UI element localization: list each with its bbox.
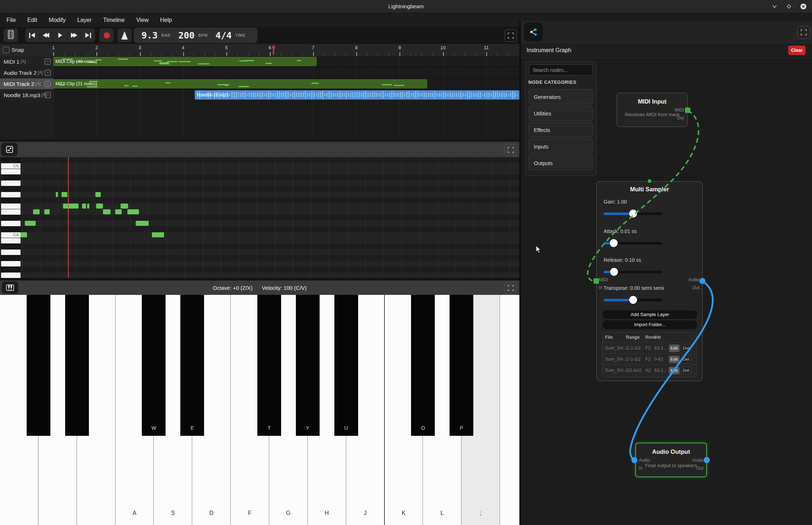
- white-key[interactable]: [500, 295, 519, 525]
- menu-item-view[interactable]: View: [136, 17, 148, 23]
- midi-note[interactable]: [82, 204, 86, 209]
- delete-sample-button[interactable]: Del: [681, 367, 691, 374]
- black-key[interactable]: [65, 295, 89, 436]
- menu-item-help[interactable]: Help: [160, 17, 172, 23]
- mini-key-e4[interactable]: [1, 209, 21, 215]
- midi-note[interactable]: [127, 209, 139, 214]
- bar-position-value[interactable]: 9.3: [141, 30, 158, 41]
- timeline-expand-button[interactable]: [505, 29, 517, 42]
- graph-mode-button[interactable]: [524, 23, 543, 41]
- track-mute-box[interactable]: -: [45, 81, 51, 87]
- record-button[interactable]: [99, 28, 114, 42]
- graph-canvas[interactable]: NODE CATEGORIES GeneratorsUtilitiesEffec…: [521, 58, 812, 525]
- track-label-2[interactable]: Audio Track 2[A]-: [0, 67, 53, 78]
- midi-note[interactable]: [136, 221, 149, 226]
- graph-expand-button[interactable]: [797, 26, 810, 39]
- black-key-W[interactable]: W: [142, 295, 166, 436]
- menu-item-timeline[interactable]: Timeline: [103, 17, 125, 23]
- mini-key-d4[interactable]: [1, 221, 21, 226]
- mini-key-g#3[interactable]: [1, 255, 21, 261]
- time-signature-value[interactable]: 4/4: [216, 30, 232, 41]
- mini-key-a#3[interactable]: [1, 244, 21, 249]
- track-label-1[interactable]: MIDI 1[A]-: [0, 56, 53, 67]
- menu-item-edit[interactable]: Edit: [27, 17, 37, 23]
- multi-sampler-node[interactable]: Multi Sampler MIDI In Audio Out Gain: 1.…: [596, 181, 703, 381]
- sampler-top-port[interactable]: [648, 179, 651, 183]
- midi-note[interactable]: [115, 209, 122, 214]
- mini-key-b4[interactable]: [1, 169, 21, 174]
- bpm-value[interactable]: 200: [179, 30, 195, 41]
- slider-knob[interactable]: [629, 296, 637, 304]
- timeline-lanes[interactable]: MIDI Clip (40 notes)MIDI Clip (21 notes)…: [53, 56, 519, 140]
- midi-note[interactable]: [62, 192, 67, 197]
- category-button-utilities[interactable]: Utilities: [529, 106, 593, 121]
- edit-sample-button[interactable]: Edit: [669, 344, 680, 352]
- track-label-3[interactable]: MIDI Track 2[A]-: [0, 78, 53, 89]
- midi-note[interactable]: [25, 221, 36, 226]
- mini-key-a3[interactable]: [1, 250, 21, 255]
- black-key-U[interactable]: U: [334, 295, 358, 436]
- menu-item-layer[interactable]: Layer: [77, 17, 91, 23]
- virtual-keyboard[interactable]: ASDFGHJKL;WETYUOP: [0, 295, 519, 525]
- category-button-generators[interactable]: Generators: [529, 89, 593, 104]
- piano-roll-mode-button[interactable]: [1, 143, 18, 156]
- midi-note[interactable]: [63, 204, 78, 209]
- track-mute-box[interactable]: -: [45, 70, 51, 76]
- skip-to-end-button[interactable]: [81, 28, 95, 42]
- mini-key-f#3[interactable]: [1, 267, 21, 272]
- piano-roll-expand-button[interactable]: [505, 144, 517, 156]
- black-key-Y[interactable]: Y: [296, 295, 320, 436]
- keyboard-expand-button[interactable]: [505, 282, 517, 294]
- rewind-button[interactable]: [39, 28, 53, 42]
- midi-note[interactable]: [95, 192, 101, 197]
- audio-in-port[interactable]: [631, 457, 637, 463]
- param-slider[interactable]: [604, 213, 662, 215]
- keyboard-mode-button[interactable]: [2, 282, 18, 294]
- fast-forward-button[interactable]: [67, 28, 81, 42]
- black-key-O[interactable]: O: [411, 295, 435, 436]
- playhead-marker[interactable]: [271, 44, 276, 55]
- audio-clip[interactable]: Noodle 18.mp3: [195, 90, 519, 100]
- audio-out-port[interactable]: [704, 457, 710, 463]
- add-sample-layer-button[interactable]: Add Sample Layer: [603, 310, 697, 319]
- search-nodes-input[interactable]: [529, 64, 593, 76]
- menu-item-modify[interactable]: Modify: [49, 17, 66, 23]
- midi-note[interactable]: [21, 232, 27, 237]
- midi-note[interactable]: [87, 204, 89, 209]
- import-folder-button[interactable]: Import Folder...: [603, 320, 697, 329]
- mini-key-a4[interactable]: [1, 181, 21, 186]
- slider-knob[interactable]: [629, 210, 637, 218]
- mini-key-f3[interactable]: [1, 273, 21, 278]
- track-mute-box[interactable]: -: [45, 59, 51, 65]
- edit-sample-button[interactable]: Edit: [669, 356, 680, 363]
- black-key-E[interactable]: E: [180, 295, 204, 436]
- midi-clip[interactable]: MIDI Clip (40 notes): [53, 57, 317, 66]
- timeline-ruler[interactable]: Snap 1234567891011: [0, 44, 519, 56]
- edit-sample-button[interactable]: Edit: [669, 367, 680, 374]
- metronome-button[interactable]: [117, 28, 132, 42]
- midi-note[interactable]: [152, 232, 164, 237]
- mini-key-a#4[interactable]: [1, 175, 21, 180]
- midi-note[interactable]: [103, 209, 110, 214]
- play-button[interactable]: [53, 28, 67, 42]
- mini-key-f#4[interactable]: [1, 198, 21, 203]
- midi-clip[interactable]: MIDI Clip (21 notes): [53, 79, 427, 88]
- black-key-P[interactable]: P: [450, 295, 473, 436]
- param-slider[interactable]: [604, 271, 662, 273]
- clear-graph-button[interactable]: Clear: [788, 46, 806, 55]
- track-mute-box[interactable]: -: [45, 92, 51, 98]
- midi-note[interactable]: [44, 209, 50, 214]
- mini-key-c#4[interactable]: [1, 227, 21, 232]
- midi-note[interactable]: [121, 204, 128, 209]
- slider-knob[interactable]: [610, 268, 618, 276]
- black-key-T[interactable]: T: [257, 295, 281, 436]
- param-slider[interactable]: [604, 299, 662, 301]
- track-label-4[interactable]: Noodle 18.mp3[A]-: [0, 90, 53, 100]
- mini-key-b3[interactable]: [1, 238, 21, 243]
- midi-note[interactable]: [33, 209, 40, 214]
- mini-key-g3[interactable]: [1, 261, 21, 266]
- menu-item-file[interactable]: File: [6, 17, 16, 23]
- window-minimize-icon[interactable]: [771, 3, 779, 10]
- midi-note[interactable]: [56, 192, 58, 197]
- category-button-inputs[interactable]: Inputs: [529, 139, 593, 154]
